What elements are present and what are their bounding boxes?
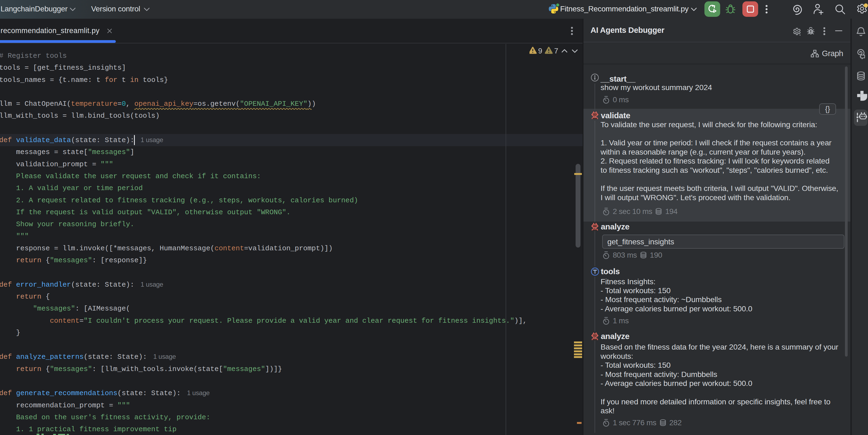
svg-text:9: 9 (538, 47, 542, 55)
svg-text:7: 7 (554, 47, 558, 55)
